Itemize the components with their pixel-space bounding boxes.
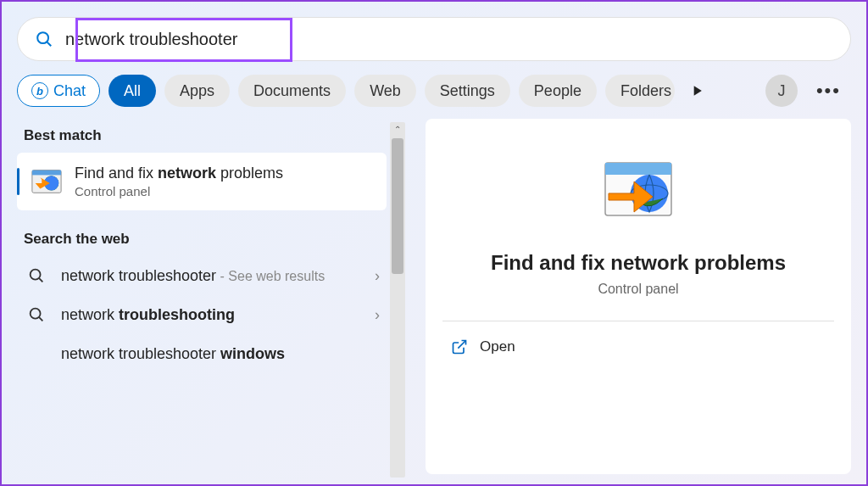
more-options-button[interactable]: ••• [806, 80, 851, 102]
network-troubleshooter-icon [31, 165, 63, 198]
svg-point-8 [31, 309, 41, 319]
best-match-header: Best match [17, 119, 405, 153]
search-icon [27, 266, 46, 285]
web-result-item[interactable]: network troubleshooter windows [17, 334, 405, 363]
svg-point-0 [37, 32, 48, 43]
network-troubleshooter-icon [600, 154, 676, 231]
results-panel: Best match Find and fix network problems… [17, 119, 405, 474]
content-row: Best match Find and fix network problems… [2, 119, 866, 474]
detail-panel: Find and fix network problems Control pa… [426, 119, 851, 474]
svg-rect-3 [32, 170, 61, 176]
svg-point-6 [31, 270, 41, 280]
more-tabs-arrow-icon[interactable] [688, 82, 705, 99]
web-result-item[interactable]: network troubleshooting › [17, 295, 405, 334]
tab-apps[interactable]: Apps [164, 75, 230, 107]
best-match-title: Find and fix network problems [75, 165, 283, 182]
chevron-right-icon: › [375, 267, 387, 285]
scroll-thumb[interactable] [392, 138, 403, 274]
best-match-item[interactable]: Find and fix network problems Control pa… [17, 153, 387, 210]
detail-subtitle: Control panel [598, 282, 678, 297]
web-result-item[interactable]: network troubleshooter - See web results… [17, 256, 405, 295]
chevron-right-icon: › [375, 306, 387, 324]
tab-folders[interactable]: Folders [605, 75, 675, 107]
chat-label: Chat [53, 82, 86, 100]
open-label: Open [480, 338, 515, 355]
best-match-subtitle: Control panel [75, 184, 283, 198]
tab-people[interactable]: People [519, 75, 597, 107]
scrollbar[interactable]: ⌃ [390, 122, 405, 478]
svg-line-7 [39, 278, 42, 282]
tab-web[interactable]: Web [354, 75, 416, 107]
svg-line-15 [458, 341, 465, 349]
tab-all[interactable]: All [108, 75, 156, 107]
web-result-text: network troubleshooter - See web results [61, 267, 375, 285]
svg-line-9 [39, 317, 42, 321]
search-bar[interactable] [17, 17, 851, 61]
annotation-highlight [75, 18, 292, 62]
open-external-icon [451, 338, 468, 355]
scroll-up-icon[interactable]: ⌃ [394, 122, 401, 137]
chat-button[interactable]: b Chat [17, 75, 100, 107]
search-web-header: Search the web [17, 222, 405, 256]
tab-documents[interactable]: Documents [238, 75, 346, 107]
detail-title: Find and fix network problems [491, 251, 786, 275]
search-icon [35, 30, 53, 48]
bing-icon: b [31, 82, 48, 99]
tab-settings[interactable]: Settings [425, 75, 510, 107]
web-result-text: network troubleshooting [61, 306, 375, 324]
open-action[interactable]: Open [426, 321, 851, 372]
filter-tabs-row: b Chat All Apps Documents Web Settings P… [2, 61, 866, 119]
svg-line-1 [47, 42, 52, 47]
svg-rect-12 [605, 163, 671, 175]
user-avatar[interactable]: J [765, 75, 798, 107]
search-icon [27, 305, 46, 324]
web-result-text: network troubleshooter windows [61, 345, 387, 363]
